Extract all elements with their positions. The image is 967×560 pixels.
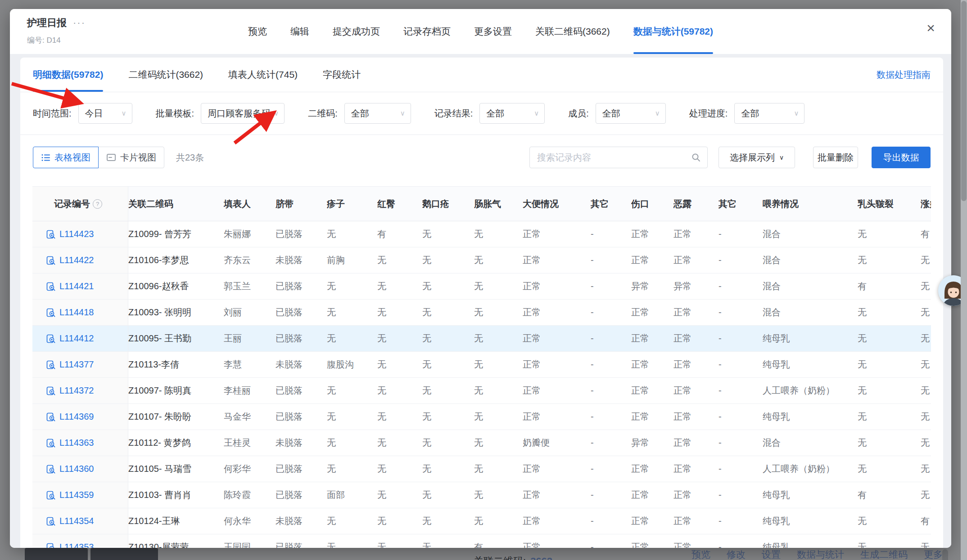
page-scrollbar[interactable] [961, 0, 967, 560]
chevron-down-icon: ∨ [653, 109, 660, 117]
record-preview-icon[interactable] [46, 412, 55, 421]
record-id-link[interactable]: L114360 [59, 464, 94, 474]
record-id-cell[interactable]: L114422 [32, 247, 128, 273]
card-view-button[interactable]: 卡片视图 [98, 147, 164, 168]
nav-tab[interactable]: 记录存档页 [403, 9, 451, 54]
filter-dropdown[interactable]: 全部∨ [344, 103, 411, 124]
record-id-cell[interactable]: L114372 [32, 378, 128, 403]
record-id-cell[interactable]: L114354 [32, 508, 128, 534]
record-id-link[interactable]: L114421 [59, 281, 94, 291]
record-id-link[interactable]: L114412 [59, 333, 94, 344]
filter-dropdown[interactable]: 全部∨ [734, 103, 804, 124]
subtab[interactable]: 二维码统计(3662) [128, 58, 203, 92]
help-icon[interactable]: ? [93, 199, 102, 209]
record-id-link[interactable]: L114372 [59, 385, 94, 396]
table-row[interactable]: L114359Z10103- 曹肖肖陈玲霞已脱落面部无无无正常-正常正常-纯母乳… [32, 482, 931, 508]
table-cell: - [718, 542, 763, 548]
record-preview-icon[interactable] [46, 308, 55, 317]
batch-delete-button[interactable]: 批量删除 [813, 147, 858, 168]
choose-columns-button[interactable]: 选择展示列 ∨ [718, 147, 795, 168]
table-cell: 无 [327, 332, 377, 345]
table-cell: 无 [377, 306, 422, 318]
data-guide-link[interactable]: 数据处理指南 [877, 69, 931, 81]
record-preview-icon[interactable] [46, 282, 55, 291]
page-scrollbar-thumb[interactable] [961, 1, 967, 201]
nav-tab[interactable]: 预览 [248, 9, 267, 54]
table-cell: 马金华 [224, 411, 276, 423]
record-id-cell[interactable]: L114377 [32, 352, 128, 377]
record-preview-icon[interactable] [46, 256, 55, 265]
table-row[interactable]: L114423Z10099- 曾芳芳朱丽娜已脱落无有无无正常-正常正常-混合无有 [32, 221, 931, 247]
record-id-cell[interactable]: L114360 [32, 456, 128, 482]
subtab[interactable]: 字段统计 [323, 58, 361, 92]
record-id-link[interactable]: L114422 [59, 255, 94, 265]
filter-value: 周口顾客服务码 [208, 108, 271, 120]
table-cell: 无 [327, 228, 377, 240]
filter-dropdown[interactable]: 今日∨ [78, 103, 132, 124]
record-id-cell[interactable]: L114363 [32, 430, 128, 456]
record-id-link[interactable]: L114369 [59, 412, 94, 422]
screen: 关联二维码:3662 预览修改设置数据与统计生成二维码更多 护理日报 ··· 编… [0, 0, 967, 560]
nav-tab[interactable]: 关联二维码(3662) [535, 9, 610, 54]
record-preview-icon[interactable] [46, 465, 55, 474]
record-id-link[interactable]: L114377 [59, 359, 94, 370]
table-body: L114423Z10099- 曾芳芳朱丽娜已脱落无有无无正常-正常正常-混合无有… [32, 221, 931, 548]
table-cell: 无 [474, 228, 523, 240]
table-row[interactable]: L114353Z10130-展蒙蒙王园园已脱落无无无有正常-正常正常-纯母乳无无 [32, 534, 931, 548]
filter-dropdown[interactable]: 全部∨ [479, 103, 545, 124]
table-row[interactable]: L114412Z10095- 王书勤王丽已脱落无无无无正常-正常正常-纯母乳无无 [32, 326, 931, 352]
table-cell: 正常 [631, 385, 673, 397]
table-row[interactable]: L114354Z10124-王琳何永华未脱落无无无无正常-正常正常-纯母乳无有 [32, 508, 931, 534]
table-cell: - [591, 229, 631, 239]
table-row[interactable]: L114418Z10093- 张明明刘丽已脱落无无无无正常-正常正常-混合无无 [32, 300, 931, 326]
record-preview-icon[interactable] [46, 517, 55, 526]
record-id-cell[interactable]: L114353 [32, 534, 128, 548]
table-row[interactable]: L114369Z10107- 朱盼盼马金华已脱落无无无无正常-正常正常-纯母乳无… [32, 404, 931, 430]
filter-group: 成员:全部∨ [568, 103, 666, 124]
record-id-cell[interactable]: L114359 [32, 482, 128, 508]
record-preview-icon[interactable] [46, 360, 55, 369]
table-row[interactable]: L114372Z10097- 陈明真李桂丽已脱落无无无无正常-正常正常-人工喂养… [32, 378, 931, 404]
column-header-label: 伤口 [631, 198, 649, 210]
record-preview-icon[interactable] [46, 334, 55, 343]
nav-tab[interactable]: 数据与统计(59782) [633, 9, 713, 54]
record-id-link[interactable]: L114363 [59, 438, 94, 448]
record-id-link[interactable]: L114423 [59, 229, 94, 239]
record-id-link[interactable]: L114359 [59, 490, 94, 500]
close-icon[interactable]: × [926, 21, 935, 35]
table-row[interactable]: L114360Z10105- 马瑞雪何彩华已脱落无无无无正常-正常正常-人工喂养… [32, 456, 931, 482]
table-row[interactable]: L114377Z10113-李倩李慧未脱落腹股沟无无无正常-正常正常-纯母乳无无 [32, 352, 931, 378]
subtab[interactable]: 明细数据(59782) [33, 58, 103, 92]
record-id-cell[interactable]: L114423 [32, 221, 128, 247]
record-id-link[interactable]: L114354 [59, 516, 94, 526]
column-header: 其它 [718, 198, 763, 210]
table-view-button[interactable]: 表格视图 [33, 147, 99, 168]
nav-tab[interactable]: 提交成功页 [333, 9, 380, 54]
column-header: 肠胀气 [474, 198, 523, 210]
table-row[interactable]: L114363Z10112- 黄梦鸽王桂灵未脱落无无无无奶瓣便-异常正常-混合无… [32, 430, 931, 456]
filter-dropdown[interactable]: 全部∨ [596, 103, 666, 124]
record-preview-icon[interactable] [46, 491, 55, 500]
record-id-cell[interactable]: L114369 [32, 404, 128, 430]
subtab[interactable]: 填表人统计(745) [228, 58, 298, 92]
record-id-cell[interactable]: L114418 [32, 300, 128, 325]
filter-dropdown[interactable]: 周口顾客服务码∨ [201, 103, 285, 124]
export-data-button[interactable]: 导出数据 [872, 147, 931, 168]
record-preview-icon[interactable] [46, 439, 55, 448]
table-cell: 正常 [523, 515, 591, 527]
table-row[interactable]: L114422Z10106-李梦思齐东云未脱落前胸无无无正常-正常正常-混合无无 [32, 247, 931, 273]
search-input[interactable] [536, 152, 691, 163]
search-icon[interactable] [691, 152, 701, 162]
table-cell: 王桂灵 [224, 437, 276, 449]
record-id-link[interactable]: L114418 [59, 307, 94, 318]
table-row[interactable]: L114421Z10096-赵秋香郭玉兰已脱落无无无无正常-异常异常-混合有无 [32, 273, 931, 300]
record-id-link[interactable]: L114353 [59, 542, 94, 548]
record-preview-icon[interactable] [46, 386, 55, 395]
nav-tab[interactable]: 编辑 [290, 9, 309, 54]
nav-tab[interactable]: 更多设置 [474, 9, 512, 54]
record-preview-icon[interactable] [46, 230, 55, 239]
record-id-cell[interactable]: L114412 [32, 326, 128, 351]
record-id-cell[interactable]: L114421 [32, 273, 128, 299]
column-header: 填表人 [224, 198, 276, 210]
record-preview-icon[interactable] [46, 543, 55, 548]
